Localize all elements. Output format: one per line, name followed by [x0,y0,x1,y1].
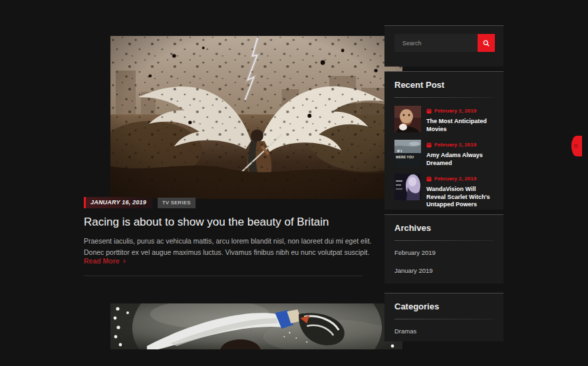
recent-posts-widget: Recent Post [384,71,504,210]
thumbnail-text-line1: IF I [397,149,402,153]
wandavision-thumbnail [394,174,421,200]
search-box [394,34,495,52]
archives-widget: Archives February 2019 January 2019 [384,214,504,283]
article-excerpt: Praesent iaculis, purus ac vehicula matt… [84,236,376,258]
recent-post-thumbnail-1 [394,106,421,132]
recent-post-title[interactable]: Amy Adams Always Dreamed [426,152,494,167]
calendar-icon [426,142,432,148]
categories-heading: Categories [394,301,494,311]
customizer-toggle-button[interactable]: ⚙ [571,136,582,156]
categories-widget: Categories Dramas [384,293,504,341]
search-icon [483,40,490,47]
chevron-right-icon: › [123,258,126,264]
search-widget [384,25,504,67]
gear-icon: ⚙ [573,143,578,149]
article-title[interactable]: Racing is about to show you the beauty o… [84,216,329,229]
second-article-image[interactable] [110,303,402,349]
article-divider [84,275,363,276]
goalkeeper-illustration [110,303,402,349]
recent-post-item-2[interactable]: IF I WERE YOU February 2, 2019 Amy Adams… [394,140,494,167]
featured-article-image[interactable] [110,36,402,199]
man-with-cup-thumbnail [394,106,421,132]
category-link-dramas[interactable]: Dramas [394,327,494,335]
search-button[interactable] [478,34,495,52]
winged-warrior-illustration [110,36,402,199]
thumbnail-text-line2: WERE YOU [396,155,414,159]
recent-post-date-row: February 2, 2019 [426,108,494,114]
article-meta: JANUARY 16, 2019 TV SERIES [84,197,196,208]
article-category-tag[interactable]: TV SERIES [158,198,196,208]
recent-post-item-3[interactable]: February 2, 2019 WandaVision Will Reveal… [394,174,494,209]
movie-scene-thumbnail: IF I WERE YOU [394,140,421,166]
recent-post-title[interactable]: WandaVision Will Reveal Scarlet Witch's … [426,186,494,209]
archives-heading: Archives [394,223,494,233]
recent-post-item-1[interactable]: February 2, 2019 The Most Anticipated Mo… [394,106,494,133]
recent-post-title[interactable]: The Most Anticipated Movies [426,118,494,133]
recent-post-thumbnail-2: IF I WERE YOU [394,140,421,166]
recent-post-thumbnail-3 [394,174,421,200]
article-date-badge: JANUARY 16, 2019 [84,197,152,208]
calendar-icon [426,176,432,182]
heading-rule [394,240,494,241]
recent-post-date-row: February 2, 2019 [426,176,494,182]
recent-post-date: February 2, 2019 [434,142,476,148]
recent-post-date: February 2, 2019 [434,176,476,182]
heading-rule [394,319,494,319]
sidebar: Recent Post [384,25,504,341]
read-more-label: Read More [84,257,120,265]
recent-posts-heading: Recent Post [394,80,494,90]
archive-link-january-2019[interactable]: January 2019 [394,267,494,274]
read-more-link[interactable]: Read More › [84,257,126,265]
calendar-icon [426,108,432,114]
recent-post-date: February 2, 2019 [434,108,476,114]
archive-link-february-2019[interactable]: February 2019 [394,249,494,256]
heading-rule [394,97,494,98]
recent-post-date-row: February 2, 2019 [426,142,494,148]
